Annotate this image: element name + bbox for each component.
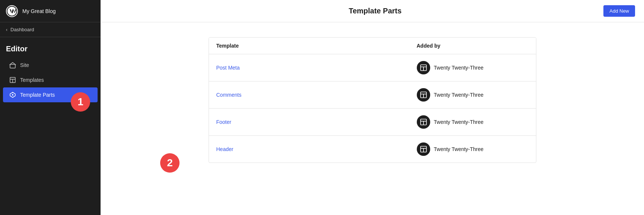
theme-name: Twenty Twenty-Three [434,119,484,125]
svg-rect-1 [10,64,15,68]
table-row[interactable]: Post Meta Twenty Twenty-Three [209,54,536,81]
wordpress-logo-icon [6,5,18,17]
template-table: Template Added by Post Meta Twenty Twent… [209,37,536,163]
table-row[interactable]: Comments Twenty Twenty-Three [209,81,536,109]
dashboard-label: Dashboard [10,27,34,32]
table-row[interactable]: Header Twenty Twenty-Three [209,136,536,163]
home-icon [9,61,16,69]
table-header: Template Added by [209,38,536,54]
editor-section-title: Editor [0,37,101,58]
site-label: Site [20,62,29,68]
sidebar-item-template-parts[interactable]: Template Parts [3,87,98,102]
theme-name: Twenty Twenty-Three [434,92,484,98]
table-row[interactable]: Footer Twenty Twenty-Three [209,109,536,136]
table-container: Template Added by Post Meta Twenty Twent… [101,22,644,215]
sidebar-header: My Great Blog [0,0,101,22]
theme-icon [417,88,430,102]
added-by-cell: Twenty Twenty-Three [417,142,529,156]
theme-name: Twenty Twenty-Three [434,146,484,152]
sidebar-item-site[interactable]: Site [3,58,98,73]
theme-icon [417,61,430,74]
added-by-cell: Twenty Twenty-Three [417,115,529,129]
main-header: Template Parts Add New [101,0,644,22]
chevron-left-icon: ‹ [6,27,7,32]
added-by-cell: Twenty Twenty-Three [417,88,529,102]
col-added-by-header: Added by [417,43,529,49]
sidebar: My Great Blog ‹ Dashboard Editor Site Te… [0,0,101,215]
templates-label: Templates [20,77,44,83]
add-new-button[interactable]: Add New [603,5,635,17]
template-name: Comments [216,92,417,98]
template-name: Header [216,146,417,152]
dashboard-link[interactable]: ‹ Dashboard [0,22,101,37]
templates-icon [9,76,16,84]
theme-icon [417,115,430,129]
page-title: Template Parts [147,7,603,15]
col-template-header: Template [216,43,417,49]
svg-point-6 [12,94,13,96]
template-name: Post Meta [216,65,417,71]
template-parts-icon [9,91,16,99]
added-by-cell: Twenty Twenty-Three [417,61,529,74]
theme-icon [417,142,430,156]
template-name: Footer [216,119,417,125]
main-content: Template Parts Add New Template Added by… [101,0,644,215]
template-parts-label: Template Parts [20,92,55,98]
sidebar-item-templates[interactable]: Templates [3,73,98,87]
theme-name: Twenty Twenty-Three [434,65,484,71]
site-title: My Great Blog [22,8,55,14]
